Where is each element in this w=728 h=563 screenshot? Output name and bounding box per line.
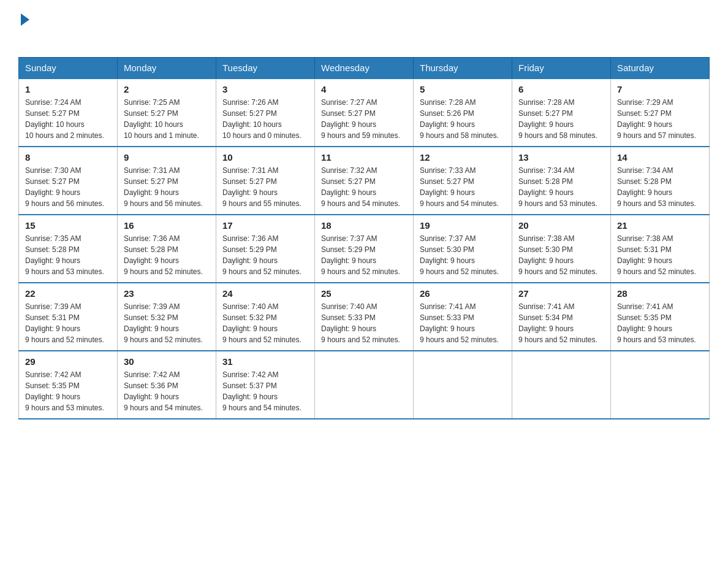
table-row: 31Sunrise: 7:42 AMSunset: 5:37 PMDayligh…	[216, 351, 315, 419]
day-info: Sunrise: 7:31 AMSunset: 5:27 PMDaylight:…	[124, 165, 210, 209]
day-number: 18	[321, 220, 407, 231]
day-info: Sunrise: 7:31 AMSunset: 5:27 PMDaylight:…	[222, 165, 308, 209]
table-row: 19Sunrise: 7:37 AMSunset: 5:30 PMDayligh…	[414, 215, 512, 283]
day-info: Sunrise: 7:37 AMSunset: 5:29 PMDaylight:…	[321, 233, 407, 277]
day-info: Sunrise: 7:39 AMSunset: 5:31 PMDaylight:…	[25, 301, 111, 345]
calendar-week-row: 1Sunrise: 7:24 AMSunset: 5:27 PMDaylight…	[19, 79, 710, 147]
day-number: 11	[321, 152, 407, 163]
day-number: 26	[420, 288, 506, 299]
day-number: 16	[124, 220, 210, 231]
table-row: 5Sunrise: 7:28 AMSunset: 5:26 PMDaylight…	[414, 79, 512, 147]
table-row: 20Sunrise: 7:38 AMSunset: 5:30 PMDayligh…	[512, 215, 611, 283]
day-number: 15	[25, 220, 111, 231]
table-row: 9Sunrise: 7:31 AMSunset: 5:27 PMDaylight…	[118, 147, 216, 215]
day-info: Sunrise: 7:25 AMSunset: 5:27 PMDaylight:…	[124, 97, 210, 141]
day-info: Sunrise: 7:38 AMSunset: 5:31 PMDaylight:…	[617, 233, 703, 277]
table-row: 18Sunrise: 7:37 AMSunset: 5:29 PMDayligh…	[315, 215, 414, 283]
table-row	[611, 351, 710, 419]
table-row: 25Sunrise: 7:40 AMSunset: 5:33 PMDayligh…	[315, 283, 414, 351]
day-number: 3	[222, 84, 308, 94]
table-row: 6Sunrise: 7:28 AMSunset: 5:27 PMDaylight…	[512, 79, 611, 147]
day-number: 7	[617, 84, 703, 94]
day-number: 22	[25, 288, 111, 299]
day-info: Sunrise: 7:34 AMSunset: 5:28 PMDaylight:…	[617, 165, 703, 209]
day-info: Sunrise: 7:29 AMSunset: 5:27 PMDaylight:…	[617, 97, 703, 141]
day-number: 25	[321, 288, 407, 299]
table-row: 27Sunrise: 7:41 AMSunset: 5:34 PMDayligh…	[512, 283, 611, 351]
table-row: 1Sunrise: 7:24 AMSunset: 5:27 PMDaylight…	[19, 79, 118, 147]
table-row: 15Sunrise: 7:35 AMSunset: 5:28 PMDayligh…	[19, 215, 118, 283]
calendar-header-tuesday: Tuesday	[216, 58, 315, 79]
calendar-header-row: SundayMondayTuesdayWednesdayThursdayFrid…	[19, 58, 710, 79]
day-number: 17	[222, 220, 308, 231]
day-info: Sunrise: 7:41 AMSunset: 5:33 PMDaylight:…	[420, 301, 506, 345]
table-row: 29Sunrise: 7:42 AMSunset: 5:35 PMDayligh…	[19, 351, 118, 419]
calendar-header-thursday: Thursday	[414, 58, 512, 79]
day-info: Sunrise: 7:26 AMSunset: 5:27 PMDaylight:…	[222, 97, 308, 141]
table-row: 2Sunrise: 7:25 AMSunset: 5:27 PMDaylight…	[118, 79, 216, 147]
table-row: 3Sunrise: 7:26 AMSunset: 5:27 PMDaylight…	[216, 79, 315, 147]
day-info: Sunrise: 7:42 AMSunset: 5:37 PMDaylight:…	[222, 369, 308, 413]
table-row: 12Sunrise: 7:33 AMSunset: 5:27 PMDayligh…	[414, 147, 512, 215]
day-info: Sunrise: 7:41 AMSunset: 5:35 PMDaylight:…	[617, 301, 703, 345]
page-header	[18, 12, 710, 45]
day-info: Sunrise: 7:28 AMSunset: 5:27 PMDaylight:…	[518, 97, 604, 141]
table-row: 28Sunrise: 7:41 AMSunset: 5:35 PMDayligh…	[611, 283, 710, 351]
day-info: Sunrise: 7:36 AMSunset: 5:29 PMDaylight:…	[222, 233, 308, 277]
day-info: Sunrise: 7:33 AMSunset: 5:27 PMDaylight:…	[420, 165, 506, 209]
calendar-week-row: 22Sunrise: 7:39 AMSunset: 5:31 PMDayligh…	[19, 283, 710, 351]
day-number: 31	[222, 356, 308, 367]
day-number: 20	[518, 220, 604, 231]
day-number: 29	[25, 356, 111, 367]
table-row: 11Sunrise: 7:32 AMSunset: 5:27 PMDayligh…	[315, 147, 414, 215]
calendar-week-row: 15Sunrise: 7:35 AMSunset: 5:28 PMDayligh…	[19, 215, 710, 283]
table-row: 4Sunrise: 7:27 AMSunset: 5:27 PMDaylight…	[315, 79, 414, 147]
day-info: Sunrise: 7:28 AMSunset: 5:26 PMDaylight:…	[420, 97, 506, 141]
table-row: 8Sunrise: 7:30 AMSunset: 5:27 PMDaylight…	[19, 147, 118, 215]
table-row: 17Sunrise: 7:36 AMSunset: 5:29 PMDayligh…	[216, 215, 315, 283]
table-row	[315, 351, 414, 419]
calendar-header-wednesday: Wednesday	[315, 58, 414, 79]
day-info: Sunrise: 7:37 AMSunset: 5:30 PMDaylight:…	[420, 233, 506, 277]
day-info: Sunrise: 7:36 AMSunset: 5:28 PMDaylight:…	[124, 233, 210, 277]
day-info: Sunrise: 7:24 AMSunset: 5:27 PMDaylight:…	[25, 97, 111, 141]
table-row: 13Sunrise: 7:34 AMSunset: 5:28 PMDayligh…	[512, 147, 611, 215]
table-row: 10Sunrise: 7:31 AMSunset: 5:27 PMDayligh…	[216, 147, 315, 215]
table-row: 23Sunrise: 7:39 AMSunset: 5:32 PMDayligh…	[118, 283, 216, 351]
day-info: Sunrise: 7:30 AMSunset: 5:27 PMDaylight:…	[25, 165, 111, 209]
table-row: 30Sunrise: 7:42 AMSunset: 5:36 PMDayligh…	[118, 351, 216, 419]
day-info: Sunrise: 7:40 AMSunset: 5:33 PMDaylight:…	[321, 301, 407, 345]
logo-triangle-icon	[21, 13, 29, 26]
table-row: 14Sunrise: 7:34 AMSunset: 5:28 PMDayligh…	[611, 147, 710, 215]
table-row: 21Sunrise: 7:38 AMSunset: 5:31 PMDayligh…	[611, 215, 710, 283]
day-number: 4	[321, 84, 407, 94]
table-row	[414, 351, 512, 419]
calendar-table: SundayMondayTuesdayWednesdayThursdayFrid…	[18, 57, 710, 419]
table-row: 16Sunrise: 7:36 AMSunset: 5:28 PMDayligh…	[118, 215, 216, 283]
day-number: 24	[222, 288, 308, 299]
logo	[18, 12, 29, 45]
day-info: Sunrise: 7:42 AMSunset: 5:35 PMDaylight:…	[25, 369, 111, 413]
day-number: 19	[420, 220, 506, 231]
day-number: 30	[124, 356, 210, 367]
day-number: 6	[518, 84, 604, 94]
day-number: 21	[617, 220, 703, 231]
day-number: 2	[124, 84, 210, 94]
table-row	[512, 351, 611, 419]
calendar-week-row: 8Sunrise: 7:30 AMSunset: 5:27 PMDaylight…	[19, 147, 710, 215]
table-row: 7Sunrise: 7:29 AMSunset: 5:27 PMDaylight…	[611, 79, 710, 147]
day-info: Sunrise: 7:38 AMSunset: 5:30 PMDaylight:…	[518, 233, 604, 277]
table-row: 24Sunrise: 7:40 AMSunset: 5:32 PMDayligh…	[216, 283, 315, 351]
day-number: 28	[617, 288, 703, 299]
calendar-header-saturday: Saturday	[611, 58, 710, 79]
day-info: Sunrise: 7:32 AMSunset: 5:27 PMDaylight:…	[321, 165, 407, 209]
calendar-header-sunday: Sunday	[19, 58, 118, 79]
table-row: 22Sunrise: 7:39 AMSunset: 5:31 PMDayligh…	[19, 283, 118, 351]
day-number: 14	[617, 152, 703, 163]
day-number: 27	[518, 288, 604, 299]
day-number: 8	[25, 152, 111, 163]
day-info: Sunrise: 7:41 AMSunset: 5:34 PMDaylight:…	[518, 301, 604, 345]
day-number: 12	[420, 152, 506, 163]
day-info: Sunrise: 7:40 AMSunset: 5:32 PMDaylight:…	[222, 301, 308, 345]
day-info: Sunrise: 7:27 AMSunset: 5:27 PMDaylight:…	[321, 97, 407, 141]
